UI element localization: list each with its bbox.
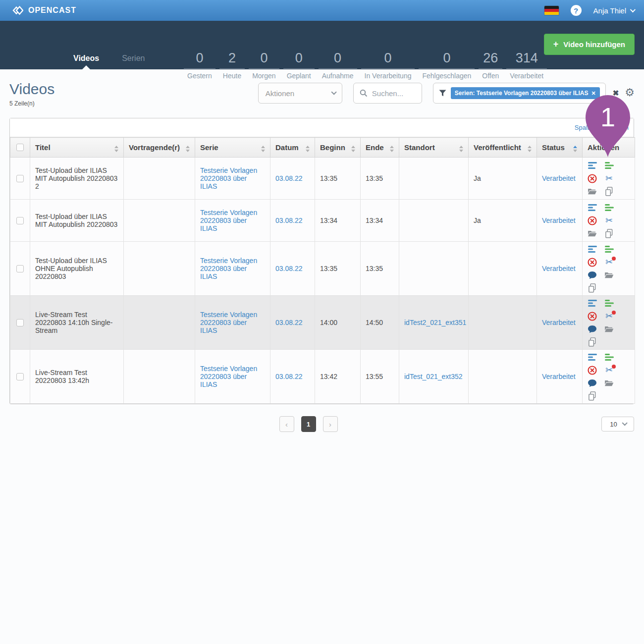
column-header-vortragende[interactable]: Vortragende(r) [124,138,195,158]
filter-chip-series[interactable]: Serien: Testserie Vorlagen 20220803 über… [451,87,600,99]
status-link[interactable]: Verarbeitet [542,373,576,380]
filter-funnel-icon[interactable] [439,90,446,97]
stat-geplant[interactable]: 0 Geplant [283,51,315,80]
chip-close-icon[interactable]: ✕ [591,90,595,97]
video-editor-marked-icon[interactable]: ✂ [604,366,614,375]
published-list-icon[interactable] [604,161,614,170]
clear-filters-icon[interactable]: ✖ [613,89,619,98]
delete-icon[interactable] [588,312,597,321]
pagination-page-1[interactable]: 1 [301,416,316,432]
location-link[interactable]: idTest_021_ext352 [404,373,463,380]
user-menu[interactable]: Anja Thiel [593,6,634,15]
delete-icon[interactable] [588,258,597,267]
duplicate-icon[interactable] [588,337,597,346]
published-list-icon[interactable] [604,245,614,254]
comments-icon[interactable] [588,324,597,333]
sort-icons[interactable] [459,146,463,152]
row-checkbox[interactable] [16,319,24,326]
series-link[interactable]: Testserie Vorlagen 20220803 über ILIAS [200,365,257,388]
sort-icons[interactable] [186,146,190,152]
pagination-next-button[interactable]: › [323,416,338,432]
delete-icon[interactable] [588,174,597,183]
assets-folder-icon[interactable] [588,187,597,196]
row-checkbox[interactable] [16,265,24,272]
delete-icon[interactable] [588,216,597,225]
event-details-icon[interactable] [588,299,597,308]
assets-folder-icon[interactable] [588,229,597,238]
column-header-titel[interactable]: Titel [30,138,124,158]
select-all-checkbox[interactable] [16,144,24,151]
row-checkbox[interactable] [16,217,24,224]
stat-fehlgeschlagen[interactable]: 0 Fehlgeschlagen [419,51,475,80]
column-header-veroeffentlicht[interactable]: Veröffentlicht [469,138,537,158]
duplicate-icon[interactable] [604,187,614,196]
row-checkbox[interactable] [16,175,24,182]
assets-folder-icon[interactable] [604,270,614,279]
video-editor-icon[interactable]: ✂ [604,216,614,225]
sort-icons[interactable] [306,146,310,152]
tab-videos[interactable]: Videos [73,54,99,64]
add-video-button[interactable]: + Video hinzufügen [544,34,635,55]
column-header-datum[interactable]: Datum [270,138,315,158]
sort-icons[interactable] [114,146,118,152]
video-editor-marked-icon[interactable]: ✂ [604,312,614,321]
duplicate-icon[interactable] [588,283,597,292]
edit-columns-link[interactable]: Spalten bearbeiten [575,124,629,131]
date-link[interactable]: 03.08.22 [275,373,303,380]
search-box[interactable] [353,83,422,104]
video-editor-icon[interactable]: ✂ [604,174,614,183]
series-link[interactable]: Testserie Vorlagen 20220803 über ILIAS [200,166,257,190]
status-link[interactable]: Verarbeitet [542,319,576,326]
stat-verarbeitet[interactable]: 314 Verarbeitet [506,51,547,80]
search-input[interactable] [372,89,414,98]
page-size-select[interactable]: 10 [601,417,634,431]
column-header-ende[interactable]: Ende [361,138,399,158]
gear-icon[interactable]: ⚙ [625,87,635,98]
series-link[interactable]: Testserie Vorlagen 20220803 über ILIAS [200,257,257,280]
stat-morgen[interactable]: 0 Morgen [249,51,279,80]
sort-icons[interactable] [351,146,355,152]
event-details-icon[interactable] [588,245,597,254]
date-link[interactable]: 03.08.22 [275,216,303,224]
assets-folder-icon[interactable] [604,378,614,387]
event-details-icon[interactable] [588,161,597,170]
language-flag-german[interactable] [544,6,559,15]
help-icon[interactable]: ? [571,5,582,16]
column-header-status[interactable]: Status [537,138,583,158]
published-list-icon[interactable] [604,353,614,362]
column-header-beginn[interactable]: Beginn [315,138,361,158]
stat-in-verarbeitung[interactable]: 0 In Verarbeitung [361,51,415,80]
event-details-icon[interactable] [588,203,597,212]
location-link[interactable]: idTest2_021_ext351 [404,319,466,326]
actions-dropdown[interactable]: Aktionen [258,83,342,104]
delete-icon[interactable] [588,366,597,375]
status-link[interactable]: Verarbeitet [542,216,576,224]
tab-serien[interactable]: Serien [122,54,145,64]
stat-offen[interactable]: 26 Offen [479,51,502,80]
assets-folder-icon[interactable] [604,324,614,333]
date-link[interactable]: 03.08.22 [275,265,303,272]
column-header-standort[interactable]: Standort [399,138,469,158]
series-link[interactable]: Testserie Vorlagen 20220803 über ILIAS [200,209,257,232]
stat-heute[interactable]: 2 Heute [219,51,245,80]
column-header-serie[interactable]: Serie [195,138,270,158]
status-link[interactable]: Verarbeitet [542,265,576,272]
published-list-icon[interactable] [604,299,614,308]
pagination-prev-button[interactable]: ‹ [279,416,294,432]
sort-icons[interactable] [261,146,265,152]
row-checkbox[interactable] [16,373,24,380]
sort-icons[interactable] [573,146,577,152]
series-link[interactable]: Testserie Vorlagen 20220803 über ILIAS [200,311,257,334]
comments-icon[interactable] [588,270,597,279]
video-editor-marked-icon[interactable]: ✂ [604,258,614,267]
comments-icon[interactable] [588,378,597,387]
published-list-icon[interactable] [604,203,614,212]
duplicate-icon[interactable] [588,391,597,400]
sort-icons[interactable] [390,146,394,152]
event-details-icon[interactable] [588,353,597,362]
stat-aufnahme[interactable]: 0 Aufnahme [319,51,357,80]
date-link[interactable]: 03.08.22 [275,319,303,326]
stat-gestern[interactable]: 0 Gestern [184,51,215,80]
duplicate-icon[interactable] [604,229,614,238]
status-link[interactable]: Verarbeitet [542,174,576,182]
